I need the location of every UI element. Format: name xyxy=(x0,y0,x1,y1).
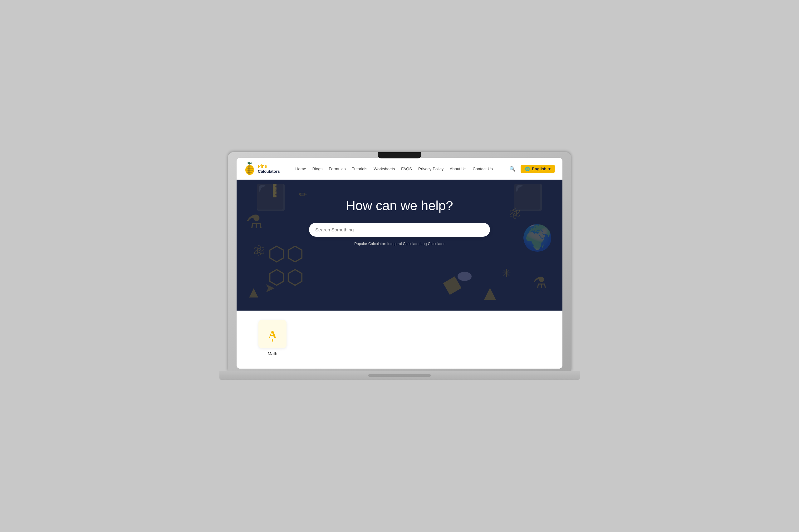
nav-blogs[interactable]: Blogs xyxy=(312,167,323,171)
deco-triangle-left-icon: ▲ xyxy=(246,283,261,301)
nav-contact-us[interactable]: Contact Us xyxy=(473,167,492,171)
nav-about-us[interactable]: About Us xyxy=(450,167,466,171)
deco-flask-right-icon: ⚗ xyxy=(533,274,547,292)
deco-hexagon-icon: ⬡⬡⬡⬡ xyxy=(268,242,305,289)
nav-tutorials[interactable]: Tutorials xyxy=(352,167,367,171)
category-math-card[interactable]: A Math xyxy=(255,320,290,356)
laptop-screen-bezel: Pine Calculators Home Blogs Formulas Tut… xyxy=(237,158,562,368)
deco-ruler-icon: 📏 xyxy=(265,181,284,200)
laptop-trackpad-bar xyxy=(368,374,431,377)
svg-marker-17 xyxy=(272,341,273,342)
deco-triangle-right-icon: ▲ xyxy=(480,281,500,304)
deco-rhombus-icon: ◆ xyxy=(440,267,466,300)
laptop-notch xyxy=(378,152,421,158)
nav-formulas[interactable]: Formulas xyxy=(329,167,345,171)
nav-privacy-policy[interactable]: Privacy Policy xyxy=(418,167,443,171)
category-math-label: Math xyxy=(268,351,277,356)
deco-star-icon: ✳ xyxy=(502,267,511,280)
nav-worksheets[interactable]: Worksheets xyxy=(374,167,395,171)
hero-title: How can we help? xyxy=(243,198,556,213)
hero-section: ⬛ ✏ 📏 ⚗ ⚛ ⬡⬡⬡⬡ ⬛ ⚛ 🌍 ⚗ ▲ ➤ ◆ xyxy=(237,179,562,310)
deco-arrow-icon: ➤ xyxy=(265,281,275,295)
deco-oval-icon: ⬬ xyxy=(457,265,472,286)
header-search-button[interactable]: 🔍 xyxy=(508,165,517,173)
search-bar-container xyxy=(309,223,490,237)
logo-text: Pine Calculators xyxy=(258,164,280,174)
deco-globe-icon: 🌍 xyxy=(522,223,553,252)
search-icon: 🔍 xyxy=(509,166,515,172)
nav-links-list: Home Blogs Formulas Tutorials Worksheets… xyxy=(295,166,493,172)
laptop-screen-outer: Pine Calculators Home Blogs Formulas Tut… xyxy=(228,152,571,371)
svg-rect-16 xyxy=(272,339,273,341)
site-header: Pine Calculators Home Blogs Formulas Tut… xyxy=(237,158,562,179)
nav-faqs[interactable]: FAQS xyxy=(401,167,412,171)
logo-area[interactable]: Pine Calculators xyxy=(244,162,280,175)
laptop-bottom xyxy=(219,371,580,380)
main-nav: Home Blogs Formulas Tutorials Worksheets… xyxy=(295,166,493,172)
language-label: English xyxy=(532,167,546,171)
nav-home[interactable]: Home xyxy=(295,167,306,171)
language-selector-button[interactable]: 🌐 English ▾ xyxy=(521,165,555,173)
header-right: 🔍 🌐 English ▾ xyxy=(508,165,555,173)
math-compass-icon: A xyxy=(265,326,280,342)
laptop-wrapper: Pine Calculators Home Blogs Formulas Tut… xyxy=(228,152,571,380)
logo-pine-label: Pine xyxy=(258,164,280,169)
category-math-icon-box: A xyxy=(258,320,287,348)
logo-calculators-label: Calculators xyxy=(258,169,280,174)
website-container: Pine Calculators Home Blogs Formulas Tut… xyxy=(237,158,562,368)
categories-section: A Math xyxy=(237,310,562,368)
hero-search-input[interactable] xyxy=(309,223,490,237)
popular-calculators-text: Popular Calculator: Integeral Calculator… xyxy=(243,242,556,246)
chevron-down-icon: ▾ xyxy=(548,167,550,171)
globe-icon: 🌐 xyxy=(525,167,530,171)
pineapple-icon xyxy=(244,162,255,175)
deco-flask-left-icon: ⚗ xyxy=(246,211,263,233)
